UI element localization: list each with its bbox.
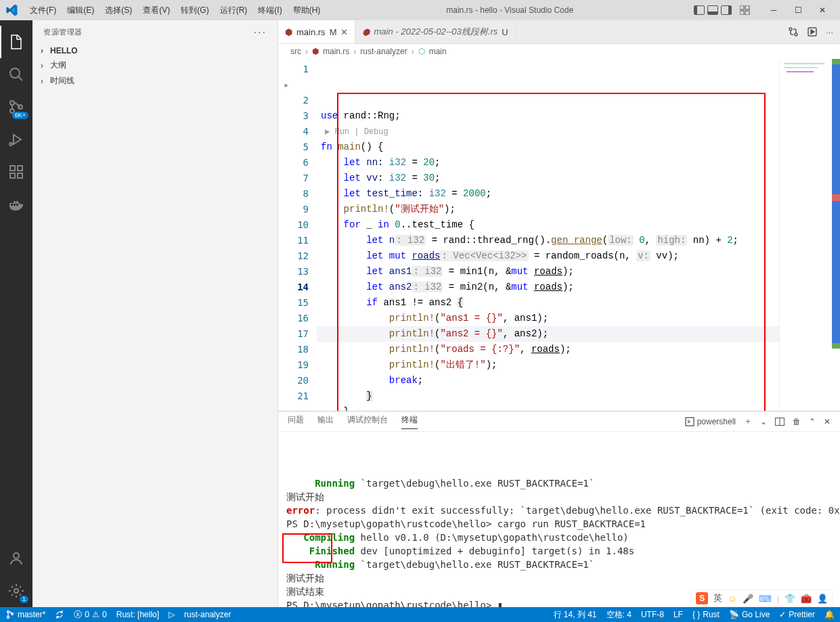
minimap[interactable]: [779, 59, 840, 411]
explorer-more-icon[interactable]: ···: [254, 26, 267, 39]
svg-rect-12: [18, 166, 22, 171]
code-editor[interactable]: use rand::Rng;▶ Run | Debugfn main() { l…: [317, 59, 779, 411]
status-encoding[interactable]: UTF-8: [641, 610, 664, 619]
panel-tab[interactable]: 终端: [401, 414, 418, 429]
editor-tab[interactable]: ⬢main.rsM✕: [278, 20, 355, 43]
status-golive[interactable]: 📡 Go Live: [729, 610, 770, 619]
activity-scm[interactable]: 6K+: [0, 91, 32, 123]
minimize-button[interactable]: ─: [761, 0, 786, 20]
status-eol[interactable]: LF: [673, 610, 683, 619]
activity-settings[interactable]: 1: [0, 575, 32, 607]
tab-dirty-badge: M: [330, 27, 337, 37]
activity-explorer[interactable]: [0, 26, 32, 58]
panel-close-icon[interactable]: ✕: [824, 417, 831, 426]
menu-item[interactable]: 文件(F): [24, 5, 62, 16]
activity-bar: 6K+ 1: [0, 20, 32, 607]
layout-bottom-icon[interactable]: [707, 5, 718, 15]
close-button[interactable]: ✕: [810, 0, 835, 20]
svg-point-5: [10, 101, 14, 105]
explorer-sidebar: 资源管理器 ··· ›HELLO›大纲›时间线: [32, 20, 278, 607]
svg-rect-2: [740, 11, 744, 15]
customize-layout-icon[interactable]: [740, 5, 751, 15]
status-branch[interactable]: master*: [5, 610, 45, 619]
panel-tab[interactable]: 调试控制台: [347, 414, 388, 428]
status-problems[interactable]: ⓧ0 ⚠0: [74, 609, 106, 621]
ime-user-icon[interactable]: 👤: [817, 594, 828, 604]
menu-item[interactable]: 转到(G): [175, 5, 214, 16]
panel: 问题输出调试控制台终端 powershell ＋ ⌄ 🗑 ⌃ ✕ Runnin: [278, 411, 840, 607]
status-rust[interactable]: Rust: [hello]: [116, 610, 159, 619]
breadcrumb-item[interactable]: rust-analyzer: [360, 47, 407, 56]
settings-badge: 1: [20, 596, 28, 603]
tab-dirty-badge: U: [502, 27, 508, 37]
terminal-output[interactable]: Running `target\debug\hello.exe RUST_BAC…: [278, 432, 840, 607]
menu-item[interactable]: 查看(V): [137, 5, 175, 16]
ime-tool-icon[interactable]: 🧰: [801, 594, 812, 604]
git-compare-icon[interactable]: [788, 26, 799, 37]
split-terminal-icon[interactable]: [775, 418, 784, 426]
terminal-dropdown-icon[interactable]: ⌄: [760, 417, 767, 426]
breadcrumb[interactable]: src› ⬢main.rs› rust-analyzer› ⬡main: [278, 44, 840, 59]
ime-skin-icon[interactable]: 👕: [784, 594, 795, 604]
editor-more-icon[interactable]: ···: [826, 27, 833, 37]
status-bar: master* ⓧ0 ⚠0 Rust: [hello] ▷ rust-analy…: [0, 607, 840, 622]
kill-terminal-icon[interactable]: 🗑: [793, 417, 801, 426]
activity-extensions[interactable]: [0, 156, 32, 188]
svg-rect-0: [740, 5, 744, 9]
ime-keyboard-icon[interactable]: ⌨: [759, 594, 772, 604]
menu-item[interactable]: 帮助(H): [288, 5, 326, 16]
menu-item[interactable]: 终端(I): [252, 5, 287, 16]
vscode-logo: [5, 4, 18, 16]
svg-point-21: [7, 611, 9, 613]
breadcrumb-item[interactable]: main: [429, 47, 447, 56]
breadcrumb-item[interactable]: main.rs: [323, 47, 349, 56]
status-spaces[interactable]: 空格: 4: [606, 609, 632, 621]
window-title: main.rs - hello - Visual Studio Code: [326, 5, 694, 15]
activity-docker[interactable]: [0, 188, 32, 221]
run-icon[interactable]: [807, 26, 818, 37]
ime-mic-icon[interactable]: 🎤: [743, 594, 753, 604]
scm-badge: 6K+: [12, 112, 28, 119]
menu-item[interactable]: 运行(R): [215, 5, 253, 16]
svg-point-14: [14, 589, 18, 593]
editor-tab[interactable]: ⬢main - 2022-05-02--03线段树.rsU: [355, 20, 515, 43]
layout-right-icon[interactable]: [721, 5, 732, 15]
status-prettier[interactable]: ✓ Prettier: [779, 610, 815, 619]
activity-search[interactable]: [0, 58, 32, 91]
ime-toolbar[interactable]: S 英 ☺ 🎤 ⌨ | 👕 🧰 👤: [692, 591, 832, 606]
breadcrumb-item[interactable]: src: [290, 47, 301, 56]
status-position[interactable]: 行 14, 列 41: [554, 609, 597, 621]
status-play[interactable]: ▷: [169, 610, 175, 619]
sidebar-section[interactable]: ›大纲: [32, 58, 278, 73]
explorer-title: 资源管理器: [43, 27, 83, 37]
svg-rect-11: [18, 173, 22, 178]
svg-point-13: [14, 553, 19, 558]
status-bell-icon[interactable]: 🔔: [824, 610, 835, 619]
svg-point-15: [789, 28, 792, 30]
tab-label: main.rs: [296, 27, 326, 37]
new-terminal-icon[interactable]: ＋: [744, 416, 752, 427]
terminal-shell[interactable]: powershell: [685, 417, 736, 426]
tab-label: main - 2022-05-02--03线段树.rs: [374, 26, 498, 38]
tab-close-icon[interactable]: ✕: [340, 27, 348, 37]
ime-emoji-icon[interactable]: ☺: [728, 594, 736, 604]
sidebar-section[interactable]: ›HELLO: [32, 44, 278, 58]
status-lang[interactable]: { } Rust: [692, 610, 720, 619]
panel-tab[interactable]: 问题: [288, 414, 304, 428]
menu-item[interactable]: 选择(S): [100, 5, 137, 16]
activity-account[interactable]: [0, 542, 32, 575]
menu-item[interactable]: 编辑(E): [62, 5, 100, 16]
maximize-button[interactable]: ☐: [786, 0, 810, 20]
svg-point-22: [7, 617, 9, 619]
layout-left-icon[interactable]: [694, 5, 705, 15]
status-ra[interactable]: rust-analyzer: [184, 610, 231, 619]
ime-mode[interactable]: 英: [713, 592, 722, 604]
panel-maximize-icon[interactable]: ⌃: [809, 417, 816, 426]
status-sync[interactable]: [55, 610, 64, 619]
activity-debug[interactable]: [0, 123, 32, 156]
sidebar-section[interactable]: ›时间线: [32, 73, 278, 89]
line-gutter: 1▸23456789101112131415161718192021: [278, 59, 317, 411]
panel-tab[interactable]: 输出: [317, 414, 334, 428]
svg-point-16: [795, 33, 797, 36]
sogou-icon: S: [696, 592, 708, 604]
